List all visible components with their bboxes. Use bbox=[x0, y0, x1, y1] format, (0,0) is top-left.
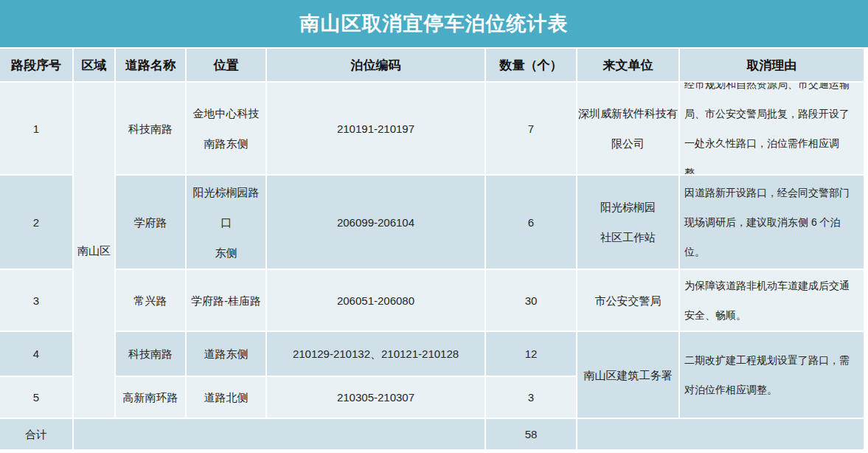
total-spacer-right bbox=[577, 419, 864, 449]
cell-r4-qty: 12 bbox=[486, 332, 576, 376]
cell-r1-seq: 1 bbox=[0, 83, 72, 174]
table-title-bar: 南山区取消宜停车泊位统计表 bbox=[0, 0, 868, 47]
cell-r2-location: 阳光棕榈园路 口 东侧 bbox=[187, 176, 265, 269]
cell-r3-location: 学府路-桂庙路 bbox=[187, 270, 265, 331]
cell-r4-road: 科技南路 bbox=[116, 332, 185, 376]
cell-r3-unit: 市公安交警局 bbox=[577, 270, 678, 331]
cell-r5-road: 高新南环路 bbox=[116, 377, 185, 418]
total-label: 合计 bbox=[0, 419, 72, 449]
cell-r3-codes: 206051-206080 bbox=[267, 270, 485, 331]
cell-region-merged: 南山区 bbox=[74, 83, 114, 418]
cell-r1-reason: 经市规划和自然资源局、市交通运输局、市公安交警局批复，路段开设了一处永久性路口，… bbox=[680, 83, 864, 174]
cell-r2-qty: 6 bbox=[486, 176, 576, 269]
col-header-qty: 数量（个） bbox=[486, 49, 576, 81]
total-qty: 58 bbox=[486, 419, 576, 449]
page-title: 南山区取消宜停车泊位统计表 bbox=[300, 10, 569, 37]
cell-r4-location: 道路东侧 bbox=[187, 332, 265, 376]
cell-r1-location: 金地中心科技 南路东侧 bbox=[187, 83, 265, 174]
col-header-region: 区域 bbox=[74, 49, 114, 81]
cell-r1-qty: 7 bbox=[486, 83, 576, 174]
cell-r3-seq: 3 bbox=[0, 270, 72, 331]
cell-r5-seq: 5 bbox=[0, 377, 72, 418]
cell-r5-location: 道路北侧 bbox=[187, 377, 265, 418]
cell-r5-codes: 210305-210307 bbox=[267, 377, 485, 418]
cell-r4r5-unit-merged: 南山区建筑工务署 bbox=[577, 332, 678, 418]
cell-r3-road: 常兴路 bbox=[116, 270, 185, 331]
col-header-reason: 取消理由 bbox=[680, 49, 864, 81]
cell-r3-reason: 为保障该道路非机动车道建成后交通安全、畅顺。 bbox=[680, 270, 864, 331]
parking-stats-table: 路段序号 区域 道路名称 位置 泊位编码 数量（个） 来文单位 取消理由 1 南… bbox=[0, 49, 864, 449]
cell-r2-codes: 206099-206104 bbox=[267, 176, 485, 269]
col-header-codes: 泊位编码 bbox=[267, 49, 485, 81]
col-header-road: 道路名称 bbox=[116, 49, 185, 81]
cell-r2-seq: 2 bbox=[0, 176, 72, 269]
col-header-seq: 路段序号 bbox=[0, 49, 72, 81]
cell-r2-unit: 阳光棕榈园 社区工作站 bbox=[577, 176, 678, 269]
cell-r4-codes: 210129-210132、210121-210128 bbox=[267, 332, 485, 376]
col-header-location: 位置 bbox=[187, 49, 265, 81]
cell-r2-reason: 因道路新开设路口，经会同交警部门现场调研后，建议取消东侧 6 个泊位。 bbox=[680, 176, 864, 269]
total-spacer-mid bbox=[74, 419, 485, 449]
cell-r2-road: 学府路 bbox=[116, 176, 185, 269]
cell-r1-road: 科技南路 bbox=[116, 83, 185, 174]
cell-r4-seq: 4 bbox=[0, 332, 72, 376]
cell-r3-qty: 30 bbox=[486, 270, 576, 331]
cell-r1-codes: 210191-210197 bbox=[267, 83, 485, 174]
cell-r5-qty: 3 bbox=[486, 377, 576, 418]
col-header-unit: 来文单位 bbox=[577, 49, 678, 81]
cell-r1-unit: 深圳威新软件科技有 限公司 bbox=[577, 83, 678, 174]
cell-r4r5-reason-merged: 二期改扩建工程规划设置了路口，需对泊位作相应调整。 bbox=[680, 332, 864, 418]
